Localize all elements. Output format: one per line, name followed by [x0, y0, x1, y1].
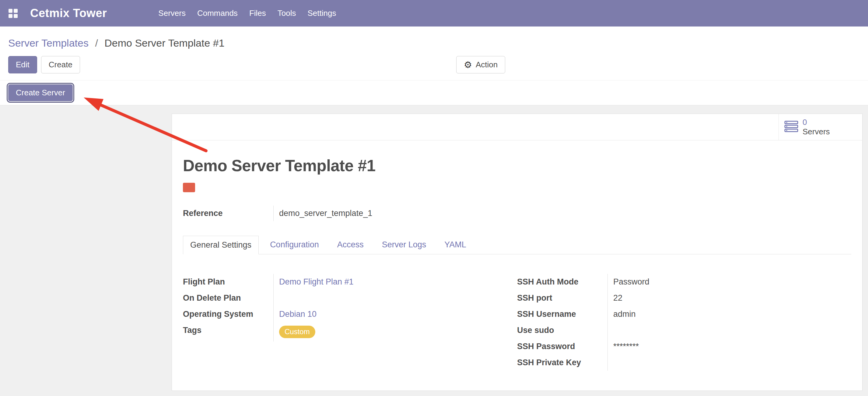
servers-icon — [784, 121, 798, 133]
tab-access[interactable]: Access — [330, 236, 371, 254]
tab-server-logs[interactable]: Server Logs — [375, 236, 433, 254]
operating-system-link[interactable]: Debian 10 — [279, 310, 316, 319]
sheet-body: Demo Server Template #1 Reference demo_s… — [172, 156, 862, 371]
action-button[interactable]: ⚙ Action — [456, 56, 505, 74]
field-label: SSH Username — [517, 306, 608, 322]
field-value: Debian 10 — [274, 306, 517, 322]
field-label: Use sudo — [517, 322, 608, 338]
field-value: demo_server_template_1 — [274, 206, 517, 221]
right-field-group: SSH Auth Mode Password SSH port 22 SSH U… — [517, 274, 851, 371]
tab-configuration[interactable]: Configuration — [263, 236, 326, 254]
breadcrumb-parent-link[interactable]: Server Templates — [8, 37, 89, 49]
breadcrumb-separator: / — [95, 37, 98, 49]
stat-value: 0 — [803, 118, 830, 127]
ssh-auth-mode-value: Password — [613, 277, 649, 286]
field-groups: Flight Plan Demo Flight Plan #1 On Delet… — [183, 274, 851, 371]
top-navbar: Cetmix Tower Servers Commands Files Tool… — [0, 0, 868, 27]
sheet-header: 0 Servers — [172, 114, 862, 140]
field-value — [274, 290, 517, 306]
tag-badge: Custom — [279, 326, 315, 338]
notebook-tabs: General Settings Configuration Access Se… — [183, 236, 851, 254]
servers-stat-button[interactable]: 0 Servers — [778, 114, 862, 140]
template-color-swatch — [183, 183, 195, 192]
create-server-button[interactable]: Create Server — [8, 84, 73, 101]
field-label: Flight Plan — [183, 274, 274, 290]
menu-item-servers[interactable]: Servers — [153, 0, 191, 27]
field-label: On Delete Plan — [183, 290, 274, 306]
field-label: SSH Password — [517, 338, 608, 355]
field-label: SSH Auth Mode — [517, 274, 608, 290]
breadcrumb: Server Templates / Demo Server Template … — [0, 27, 868, 54]
breadcrumb-current: Demo Server Template #1 — [104, 37, 224, 49]
field-value: Demo Flight Plan #1 — [274, 274, 517, 290]
field-label: Operating System — [183, 306, 274, 322]
edit-button[interactable]: Edit — [8, 56, 37, 74]
field-value — [608, 355, 851, 371]
tab-general-settings[interactable]: General Settings — [183, 236, 259, 254]
field-value — [608, 322, 851, 338]
field-value: ******** — [608, 338, 851, 355]
top-menu: Servers Commands Files Tools Settings — [153, 0, 342, 27]
left-field-group: Flight Plan Demo Flight Plan #1 On Delet… — [183, 274, 517, 371]
menu-item-settings[interactable]: Settings — [302, 0, 342, 27]
app-brand[interactable]: Cetmix Tower — [30, 7, 107, 20]
field-label: SSH port — [517, 290, 608, 306]
field-row-reference: Reference demo_server_template_1 — [183, 206, 517, 221]
apps-grid-icon[interactable] — [8, 8, 19, 19]
menu-item-files[interactable]: Files — [244, 0, 272, 27]
field-value: 22 — [608, 290, 851, 306]
control-panel: Server Templates / Demo Server Template … — [0, 27, 868, 105]
field-label: SSH Private Key — [517, 355, 608, 371]
ssh-username-value: admin — [613, 310, 636, 319]
page-title: Demo Server Template #1 — [183, 156, 851, 175]
field-label: Tags — [183, 322, 274, 341]
ssh-password-value: ******** — [613, 342, 639, 351]
field-value: Custom — [274, 322, 517, 341]
gear-icon: ⚙ — [464, 59, 472, 70]
action-button-label: Action — [476, 60, 498, 69]
stat-label: Servers — [803, 127, 830, 137]
form-statusbar: Create Server — [0, 80, 868, 105]
field-label: Reference — [183, 206, 274, 221]
field-value: Password — [608, 274, 851, 290]
menu-item-tools[interactable]: Tools — [272, 0, 302, 27]
stat-text: 0 Servers — [803, 118, 830, 136]
menu-item-commands[interactable]: Commands — [191, 0, 244, 27]
flight-plan-link[interactable]: Demo Flight Plan #1 — [279, 277, 354, 286]
content-area: 0 Servers Demo Server Template #1 Refere… — [0, 105, 868, 396]
control-panel-buttons: Edit Create ⚙ Action — [0, 54, 868, 80]
ssh-port-value: 22 — [613, 293, 622, 303]
form-sheet: 0 Servers Demo Server Template #1 Refere… — [172, 114, 863, 391]
tab-yaml[interactable]: YAML — [437, 236, 473, 254]
create-button[interactable]: Create — [41, 56, 80, 74]
field-value: admin — [608, 306, 851, 322]
